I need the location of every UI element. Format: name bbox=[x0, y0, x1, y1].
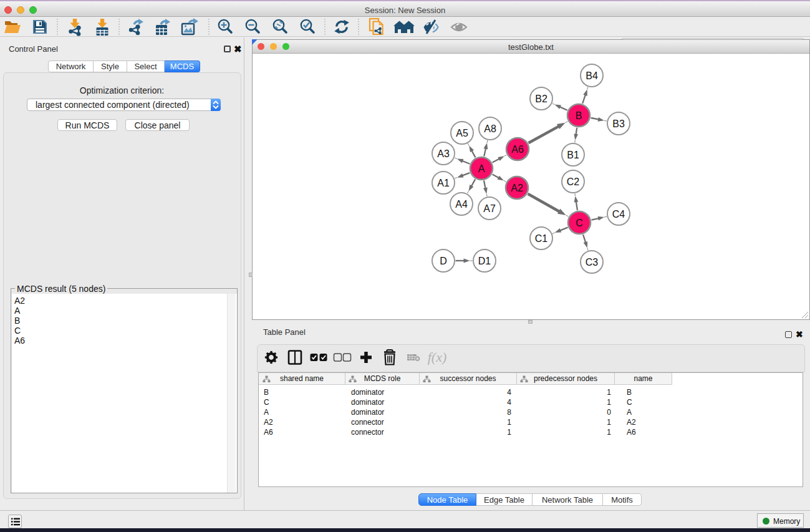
svg-text:f(x): f(x) bbox=[428, 349, 447, 365]
